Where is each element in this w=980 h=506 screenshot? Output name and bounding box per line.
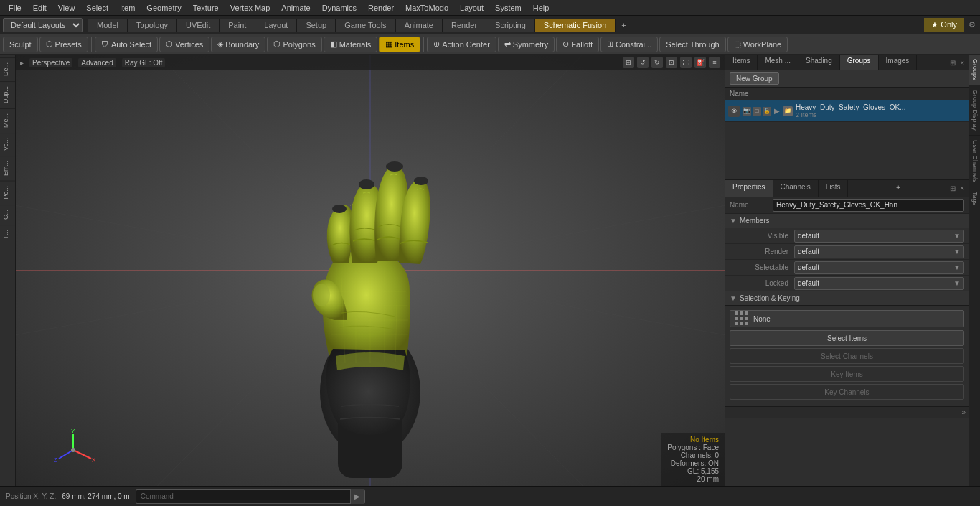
- item-sq-icon[interactable]: □: [753, 107, 761, 116]
- view-mode-btn[interactable]: Perspective: [29, 58, 72, 67]
- vp-icon-6[interactable]: ⛽: [694, 57, 706, 68]
- tab-scripting[interactable]: Scripting: [486, 19, 535, 32]
- keying-section-header[interactable]: ▼ Selection & Keying: [725, 291, 969, 306]
- shading-btn[interactable]: Advanced: [78, 58, 116, 67]
- sidebar-tab-3[interactable]: Ve...: [0, 133, 15, 155]
- prop-tab-channels[interactable]: Channels: [773, 180, 819, 197]
- command-input[interactable]: [178, 492, 350, 500]
- tab-add-plus[interactable]: +: [616, 19, 631, 32]
- prop-tab-lists[interactable]: Lists: [819, 180, 849, 197]
- vertices-button[interactable]: ⬡ Vertices: [159, 37, 209, 52]
- action-center-button[interactable]: ⊕ Action Center: [427, 37, 496, 52]
- vp-icon-5[interactable]: ⛶: [680, 57, 692, 68]
- tab-topology[interactable]: Topology: [128, 19, 177, 32]
- sidebar-tab-7[interactable]: F...: [0, 225, 15, 243]
- sidebar-tab-1[interactable]: Dup...: [0, 81, 15, 108]
- tab-setup[interactable]: Setup: [297, 19, 336, 32]
- tab-images[interactable]: Images: [879, 55, 918, 70]
- menu-render[interactable]: Render: [362, 2, 400, 14]
- sculpt-button[interactable]: Sculpt: [3, 37, 38, 52]
- tab-game-tools[interactable]: Game Tools: [336, 19, 396, 32]
- tab-layout[interactable]: Layout: [255, 19, 297, 32]
- vp-icon-3[interactable]: ↻: [651, 57, 663, 68]
- auto-select-button[interactable]: ⛉ Auto Select: [95, 37, 158, 52]
- presets-button[interactable]: ⬡ Presets: [39, 37, 88, 52]
- tab-model[interactable]: Model: [88, 19, 128, 32]
- select-channels-btn[interactable]: Select Channels: [730, 348, 964, 364]
- item-lock-icon[interactable]: 🔒: [763, 107, 771, 116]
- tab-paint[interactable]: Paint: [220, 19, 255, 32]
- sidebar-tab-5[interactable]: Po...: [0, 181, 15, 204]
- constrain-button[interactable]: ⊞ Constrai...: [600, 37, 658, 52]
- command-go-btn[interactable]: ▶: [350, 489, 364, 504]
- tab-render[interactable]: Render: [443, 19, 486, 32]
- menu-select[interactable]: Select: [80, 2, 114, 14]
- visible-select[interactable]: default ▼: [794, 230, 964, 243]
- tab-animate[interactable]: Animate: [396, 19, 443, 32]
- vp-icon-1[interactable]: ⊞: [623, 57, 634, 68]
- key-items-btn[interactable]: Key Items: [730, 366, 964, 382]
- menu-geometry[interactable]: Geometry: [141, 2, 187, 14]
- symmetry-button[interactable]: ⇌ Symmetry: [498, 37, 555, 52]
- tab-mesh[interactable]: Mesh ...: [758, 55, 798, 70]
- selectable-select[interactable]: default ▼: [794, 261, 964, 274]
- sidebar-tab-2[interactable]: Me...: [0, 108, 15, 132]
- menu-view[interactable]: View: [52, 2, 81, 14]
- menu-texture[interactable]: Texture: [187, 2, 225, 14]
- prop-expand-icon[interactable]: ⊞: [948, 183, 957, 194]
- select-through-button[interactable]: Select Through: [659, 37, 725, 52]
- items-button[interactable]: ▦ Items: [379, 37, 420, 52]
- render-select[interactable]: default ▼: [794, 245, 964, 258]
- rvtab-tags[interactable]: Tags: [969, 187, 980, 210]
- expand-btn[interactable]: ▸: [20, 59, 24, 67]
- menu-system[interactable]: System: [489, 2, 527, 14]
- layout-dropdown[interactable]: Default Layouts: [3, 18, 83, 32]
- item-cam-icon[interactable]: 📷: [743, 107, 751, 116]
- sidebar-tab-6[interactable]: C...: [0, 205, 15, 224]
- customize-btn[interactable]: ⚙: [964, 18, 980, 32]
- menu-animate[interactable]: Animate: [275, 2, 316, 14]
- sidebar-tab-4[interactable]: Em...: [0, 156, 15, 180]
- rvtab-groups[interactable]: Groups: [969, 55, 980, 85]
- bottom-expand-btn[interactable]: »: [725, 406, 969, 418]
- prop-tab-properties[interactable]: Properties: [725, 180, 773, 197]
- vp-icon-7[interactable]: ≡: [709, 57, 720, 68]
- menu-edit[interactable]: Edit: [27, 2, 52, 14]
- expand-right-icon[interactable]: ⊞: [948, 57, 957, 68]
- ray-btn[interactable]: Ray GL: Off: [122, 58, 166, 67]
- boundary-button[interactable]: ◈ Boundary: [211, 37, 265, 52]
- rvtab-group-display[interactable]: Group Display: [969, 85, 980, 136]
- vp-icon-2[interactable]: ↺: [637, 57, 649, 68]
- prop-close-icon[interactable]: ×: [958, 183, 966, 194]
- workplane-button[interactable]: ⬚ WorkPlane: [727, 37, 788, 52]
- star-only-tab[interactable]: ★ Only: [924, 18, 964, 32]
- materials-button[interactable]: ◧ Materials: [324, 37, 378, 52]
- keying-none-btn[interactable]: None: [730, 310, 964, 327]
- menu-help[interactable]: Help: [527, 2, 555, 14]
- tab-groups[interactable]: Groups: [840, 55, 879, 70]
- key-channels-btn[interactable]: Key Channels: [730, 384, 964, 400]
- menu-layout[interactable]: Layout: [454, 2, 489, 14]
- command-bar[interactable]: Command ▶: [136, 489, 365, 504]
- sidebar-tab-0[interactable]: De...: [0, 57, 15, 80]
- menu-dynamics[interactable]: Dynamics: [316, 2, 362, 14]
- prop-tab-plus[interactable]: +: [892, 180, 905, 197]
- menu-maxtomodo[interactable]: MaxToModo: [400, 2, 454, 14]
- item-expand-arrow[interactable]: ▶: [774, 107, 780, 115]
- tab-uvedit[interactable]: UVEdit: [177, 19, 220, 32]
- select-items-btn[interactable]: Select Items: [730, 330, 964, 346]
- menu-vertex-map[interactable]: Vertex Map: [225, 2, 276, 14]
- new-group-button[interactable]: New Group: [730, 72, 779, 85]
- menu-item[interactable]: Item: [114, 2, 141, 14]
- falloff-button[interactable]: ⊙ Falloff: [556, 37, 599, 52]
- polygons-button[interactable]: ⬡ Polygons: [267, 37, 321, 52]
- tab-shading[interactable]: Shading: [798, 55, 840, 70]
- name-input[interactable]: [773, 199, 964, 212]
- locked-select[interactable]: default ▼: [794, 277, 964, 290]
- vp-icon-4[interactable]: ⊡: [666, 57, 677, 68]
- viewport[interactable]: ▸ Perspective Advanced Ray GL: Off ⊞ ↺ ↻…: [16, 55, 725, 486]
- rvtab-user-channels[interactable]: User Channels: [969, 136, 980, 188]
- menu-file[interactable]: File: [3, 2, 27, 14]
- list-item-group[interactable]: 👁 📷 □ 🔒 ▶ 📁 Heavy_Duty_Safety_Gloves_OK.…: [725, 100, 969, 122]
- members-section-header[interactable]: ▼ Members: [725, 214, 969, 228]
